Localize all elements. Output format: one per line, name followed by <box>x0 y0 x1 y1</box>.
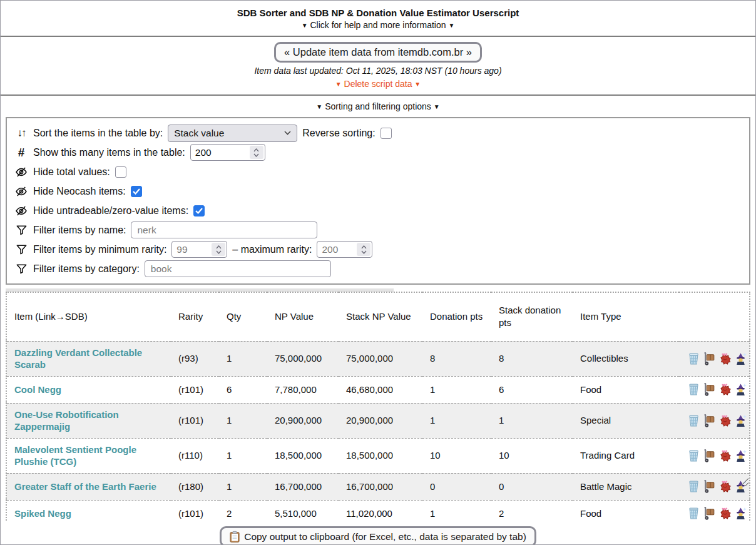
dolly-icon[interactable] <box>702 479 717 494</box>
item-link[interactable]: Dazzling Verdant Collectable Scarab <box>14 347 142 370</box>
trash-icon[interactable] <box>687 506 701 521</box>
item-rarity: (r101) <box>171 403 219 438</box>
sort-by-select[interactable]: Stack value <box>168 125 297 142</box>
item-link[interactable]: Spiked Negg <box>14 508 71 519</box>
sdb-sorter-panel: SDB Sorter and SDB NP & Donation Value E… <box>0 0 756 545</box>
item-np-value: 18,500,000 <box>267 438 339 473</box>
funnel-icon <box>14 243 28 255</box>
donate-jubjub-icon[interactable] <box>718 414 732 428</box>
item-rarity: (r180) <box>171 473 219 500</box>
item-qty: 1 <box>219 473 267 500</box>
item-link[interactable]: Greater Staff of the Earth Faerie <box>14 481 156 492</box>
item-stack-donation-pts: 1 <box>491 403 573 438</box>
filter-name-row: Filter items by name: nerk <box>14 220 742 240</box>
dolly-icon[interactable] <box>702 414 717 428</box>
hide-untradeable-checkbox[interactable] <box>193 205 205 216</box>
wizard-icon[interactable] <box>733 506 748 521</box>
sort-arrows-icon: ↓↑ <box>14 127 28 140</box>
options-box: ↓↑ Sort the items in the table by: Stack… <box>6 117 750 285</box>
help-toggle[interactable]: ▼ Click for help and more information ▼ <box>1 19 755 32</box>
table-row: Dazzling Verdant Collectable Scarab (r93… <box>6 341 750 376</box>
sorting-filtering-toggle[interactable]: ▼ Sorting and filtering options ▼ <box>1 96 755 117</box>
item-stack-donation-pts: 2 <box>491 500 573 521</box>
sort-label: Sort the items in the table by: <box>33 128 163 139</box>
number-spinner[interactable] <box>212 243 225 256</box>
dolly-icon[interactable] <box>702 352 717 366</box>
dolly-icon[interactable] <box>702 506 717 521</box>
donate-jubjub-icon[interactable] <box>718 352 732 366</box>
min-rarity-input[interactable]: 99 <box>171 241 227 258</box>
dolly-icon[interactable] <box>702 382 717 397</box>
hide-neocash-checkbox[interactable] <box>131 186 142 197</box>
show-count-row: # Show this many items in the table: 200 <box>14 143 742 162</box>
item-qty: 2 <box>219 500 267 521</box>
delete-script-data-toggle[interactable]: ▼ Delete script data ▼ <box>1 78 755 91</box>
donate-jubjub-icon[interactable] <box>718 506 732 521</box>
wizard-icon[interactable] <box>733 449 748 463</box>
item-donation-pts: 1 <box>422 403 491 438</box>
dolly-icon[interactable] <box>702 449 717 463</box>
filter-name-input[interactable]: nerk <box>131 222 317 238</box>
triangle-down-icon: ▼ <box>316 103 322 110</box>
item-link[interactable]: Malevolent Sentient Poogle Plushie (TCG) <box>14 444 136 467</box>
item-rarity: (r101) <box>171 376 219 403</box>
filter-min-rarity-label: Filter items by minimum rarity: <box>33 244 166 255</box>
col-donation-pts: Donation pts <box>422 292 491 341</box>
spinner-up-icon[interactable] <box>361 245 367 249</box>
reverse-sorting-checkbox[interactable] <box>381 128 392 139</box>
item-link[interactable]: Cool Negg <box>14 384 61 395</box>
items-table: Item (Link→SDB) Rarity Qty NP Value Stac… <box>6 292 750 521</box>
funnel-icon <box>14 224 28 236</box>
donate-jubjub-icon[interactable] <box>718 382 732 397</box>
filter-category-input[interactable]: book <box>145 260 331 277</box>
max-rarity-input[interactable]: 200 <box>317 241 372 258</box>
col-stack-np-value: Stack NP Value <box>339 292 422 341</box>
item-stack-np-value: 20,900,000 <box>339 403 422 438</box>
number-spinner[interactable] <box>250 146 263 159</box>
donate-jubjub-icon[interactable] <box>718 449 732 463</box>
wizard-icon[interactable] <box>733 414 748 428</box>
item-stack-donation-pts: 6 <box>491 376 573 403</box>
item-qty: 1 <box>219 438 267 473</box>
spinner-down-icon[interactable] <box>361 250 367 254</box>
update-item-data-button[interactable]: « Update item data from itemdb.com.br » <box>274 42 482 63</box>
sort-row: ↓↑ Sort the items in the table by: Stack… <box>14 123 742 143</box>
item-stack-np-value: 18,500,000 <box>339 438 422 473</box>
item-stack-donation-pts: 10 <box>491 438 573 473</box>
update-section: « Update item data from itemdb.com.br » … <box>1 37 755 96</box>
items-table-body: Dazzling Verdant Collectable Scarab (r93… <box>6 341 750 521</box>
hide-total-checkbox[interactable] <box>115 166 126 178</box>
max-rarity-placeholder: 200 <box>317 244 355 255</box>
table-header-row: Item (Link→SDB) Rarity Qty NP Value Stac… <box>6 292 750 341</box>
item-rarity: (r110) <box>171 438 219 473</box>
item-link[interactable]: One-Use Robotification Zappermajig <box>14 409 119 432</box>
trash-icon[interactable] <box>687 352 701 366</box>
filter-max-rarity-label: – maximum rarity: <box>232 244 312 255</box>
triangle-down-icon: ▼ <box>302 22 308 29</box>
item-np-value: 7,780,000 <box>267 376 339 403</box>
number-spinner[interactable] <box>357 243 370 256</box>
spinner-down-icon[interactable] <box>253 153 259 157</box>
item-stack-donation-pts: 8 <box>491 341 573 376</box>
spinner-down-icon[interactable] <box>216 250 222 254</box>
copy-to-clipboard-button[interactable]: Copy output to clipboard (for Excel, etc… <box>220 526 536 545</box>
wizard-icon[interactable] <box>733 352 748 366</box>
trash-icon[interactable] <box>687 449 701 463</box>
table-row: One-Use Robotification Zappermajig (r101… <box>6 403 750 438</box>
trash-icon[interactable] <box>687 414 701 428</box>
item-type: Collectibles <box>573 341 679 376</box>
chevron-down-icon <box>284 131 291 135</box>
page-title: SDB Sorter and SDB NP & Donation Value E… <box>1 7 755 19</box>
wizard-icon[interactable] <box>733 382 748 397</box>
trash-icon[interactable] <box>687 382 701 397</box>
trash-icon[interactable] <box>687 479 701 494</box>
clipboard-icon <box>230 531 240 543</box>
show-count-value: 200 <box>191 147 248 158</box>
show-count-input[interactable]: 200 <box>190 144 265 161</box>
donate-jubjub-icon[interactable] <box>718 479 732 494</box>
item-qty: 6 <box>219 376 267 403</box>
spinner-up-icon[interactable] <box>216 245 222 249</box>
spinner-up-icon[interactable] <box>253 148 259 152</box>
col-item-type: Item Type <box>573 292 679 341</box>
col-actions <box>679 292 750 341</box>
